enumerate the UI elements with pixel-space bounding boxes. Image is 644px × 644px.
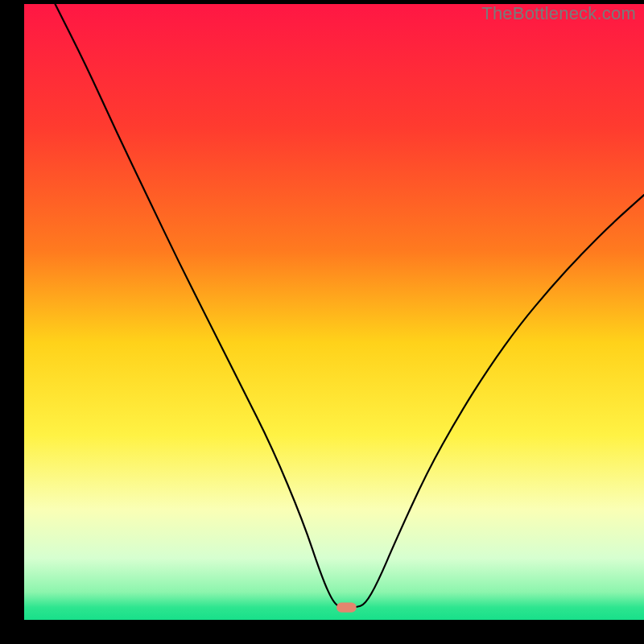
watermark-label: TheBottleneck.com [481, 3, 636, 24]
chart-frame: TheBottleneck.com [0, 0, 644, 644]
optimal-marker [336, 603, 357, 613]
plot-background [24, 4, 644, 620]
bottleneck-chart [0, 0, 644, 644]
